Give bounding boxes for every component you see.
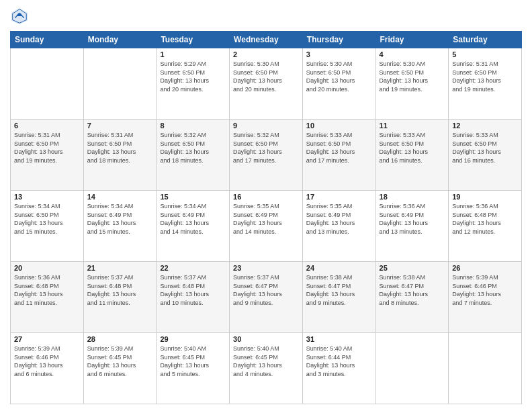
day-number: 16: [233, 193, 299, 201]
day-number: 13: [14, 193, 80, 201]
day-info: Sunrise: 5:38 AM Sunset: 6:47 PM Dayligh…: [380, 273, 445, 307]
day-info: Sunrise: 5:40 AM Sunset: 6:45 PM Dayligh…: [160, 345, 226, 378]
day-cell: 22Sunrise: 5:37 AM Sunset: 6:48 PM Dayli…: [157, 262, 230, 333]
day-number: 23: [233, 264, 299, 272]
day-cell: 31Sunrise: 5:40 AM Sunset: 6:44 PM Dayli…: [302, 333, 375, 404]
header-cell-monday: Monday: [83, 32, 157, 48]
day-cell: 28Sunrise: 5:39 AM Sunset: 6:45 PM Dayli…: [83, 333, 157, 404]
day-info: Sunrise: 5:30 AM Sunset: 6:50 PM Dayligh…: [380, 60, 445, 93]
day-number: 10: [306, 122, 372, 130]
header: [10, 7, 522, 26]
day-cell: 30Sunrise: 5:40 AM Sunset: 6:45 PM Dayli…: [230, 333, 303, 404]
day-info: Sunrise: 5:34 AM Sunset: 6:50 PM Dayligh…: [14, 202, 80, 236]
day-cell: 7Sunrise: 5:31 AM Sunset: 6:50 PM Daylig…: [83, 120, 157, 191]
day-cell: 1Sunrise: 5:29 AM Sunset: 6:50 PM Daylig…: [157, 48, 230, 120]
day-info: Sunrise: 5:30 AM Sunset: 6:50 PM Dayligh…: [233, 60, 299, 93]
day-info: Sunrise: 5:35 AM Sunset: 6:49 PM Dayligh…: [233, 202, 299, 236]
day-info: Sunrise: 5:39 AM Sunset: 6:45 PM Dayligh…: [87, 345, 153, 378]
header-cell-friday: Friday: [375, 32, 449, 48]
day-number: 12: [452, 122, 518, 130]
day-number: 7: [87, 122, 153, 130]
day-cell: 16Sunrise: 5:35 AM Sunset: 6:49 PM Dayli…: [230, 191, 303, 262]
day-cell: 10Sunrise: 5:33 AM Sunset: 6:50 PM Dayli…: [302, 120, 375, 191]
day-cell: 3Sunrise: 5:30 AM Sunset: 6:50 PM Daylig…: [302, 48, 375, 120]
day-info: Sunrise: 5:39 AM Sunset: 6:46 PM Dayligh…: [452, 273, 518, 307]
day-cell: 20Sunrise: 5:36 AM Sunset: 6:48 PM Dayli…: [11, 262, 84, 333]
day-info: Sunrise: 5:37 AM Sunset: 6:48 PM Dayligh…: [160, 273, 226, 307]
day-info: Sunrise: 5:40 AM Sunset: 6:44 PM Dayligh…: [306, 345, 372, 378]
day-cell: 8Sunrise: 5:32 AM Sunset: 6:50 PM Daylig…: [157, 120, 230, 191]
day-cell: 17Sunrise: 5:35 AM Sunset: 6:49 PM Dayli…: [302, 191, 375, 262]
day-info: Sunrise: 5:40 AM Sunset: 6:45 PM Dayligh…: [233, 345, 299, 378]
day-info: Sunrise: 5:36 AM Sunset: 6:49 PM Dayligh…: [380, 202, 445, 236]
week-row-3: 13Sunrise: 5:34 AM Sunset: 6:50 PM Dayli…: [11, 191, 522, 262]
day-info: Sunrise: 5:39 AM Sunset: 6:46 PM Dayligh…: [14, 345, 80, 378]
day-number: 6: [14, 122, 80, 130]
week-row-4: 20Sunrise: 5:36 AM Sunset: 6:48 PM Dayli…: [11, 262, 522, 333]
day-info: Sunrise: 5:37 AM Sunset: 6:47 PM Dayligh…: [233, 273, 299, 307]
day-cell: 21Sunrise: 5:37 AM Sunset: 6:48 PM Dayli…: [83, 262, 157, 333]
day-number: 17: [306, 193, 372, 201]
day-number: 25: [380, 264, 445, 272]
day-number: 22: [160, 264, 226, 272]
header-cell-tuesday: Tuesday: [157, 32, 230, 48]
day-cell: 6Sunrise: 5:31 AM Sunset: 6:50 PM Daylig…: [11, 120, 84, 191]
day-number: 26: [452, 264, 518, 272]
calendar-table: SundayMondayTuesdayWednesdayThursdayFrid…: [10, 31, 522, 404]
day-number: 1: [160, 50, 226, 58]
day-number: 3: [306, 50, 372, 58]
day-number: 27: [14, 335, 80, 343]
day-cell: 19Sunrise: 5:36 AM Sunset: 6:48 PM Dayli…: [449, 191, 522, 262]
day-number: 20: [14, 264, 80, 272]
day-number: 4: [380, 50, 445, 58]
day-cell: 2Sunrise: 5:30 AM Sunset: 6:50 PM Daylig…: [230, 48, 303, 120]
day-cell: [375, 333, 449, 404]
day-info: Sunrise: 5:29 AM Sunset: 6:50 PM Dayligh…: [160, 60, 226, 93]
day-number: 11: [380, 122, 445, 130]
day-number: 30: [233, 335, 299, 343]
day-cell: 24Sunrise: 5:38 AM Sunset: 6:47 PM Dayli…: [302, 262, 375, 333]
day-info: Sunrise: 5:33 AM Sunset: 6:50 PM Dayligh…: [452, 131, 518, 165]
day-cell: 29Sunrise: 5:40 AM Sunset: 6:45 PM Dayli…: [157, 333, 230, 404]
logo-icon: [10, 7, 29, 26]
day-info: Sunrise: 5:34 AM Sunset: 6:49 PM Dayligh…: [87, 202, 153, 236]
day-info: Sunrise: 5:35 AM Sunset: 6:49 PM Dayligh…: [306, 202, 372, 236]
day-cell: 4Sunrise: 5:30 AM Sunset: 6:50 PM Daylig…: [375, 48, 449, 120]
day-number: 28: [87, 335, 153, 343]
day-info: Sunrise: 5:32 AM Sunset: 6:50 PM Dayligh…: [160, 131, 226, 165]
day-cell: 5Sunrise: 5:31 AM Sunset: 6:50 PM Daylig…: [449, 48, 522, 120]
page: SundayMondayTuesdayWednesdayThursdayFrid…: [0, 0, 532, 411]
day-cell: 25Sunrise: 5:38 AM Sunset: 6:47 PM Dayli…: [375, 262, 449, 333]
day-number: 24: [306, 264, 372, 272]
day-number: 18: [380, 193, 445, 201]
day-number: 14: [87, 193, 153, 201]
day-cell: 18Sunrise: 5:36 AM Sunset: 6:49 PM Dayli…: [375, 191, 449, 262]
week-row-1: 1Sunrise: 5:29 AM Sunset: 6:50 PM Daylig…: [11, 48, 522, 120]
day-info: Sunrise: 5:31 AM Sunset: 6:50 PM Dayligh…: [14, 131, 80, 165]
day-info: Sunrise: 5:30 AM Sunset: 6:50 PM Dayligh…: [306, 60, 372, 93]
day-number: 9: [233, 122, 299, 130]
day-cell: 11Sunrise: 5:33 AM Sunset: 6:50 PM Dayli…: [375, 120, 449, 191]
day-info: Sunrise: 5:31 AM Sunset: 6:50 PM Dayligh…: [87, 131, 153, 165]
day-cell: 23Sunrise: 5:37 AM Sunset: 6:47 PM Dayli…: [230, 262, 303, 333]
day-cell: [83, 48, 157, 120]
day-number: 5: [452, 50, 518, 58]
day-cell: 13Sunrise: 5:34 AM Sunset: 6:50 PM Dayli…: [11, 191, 84, 262]
day-info: Sunrise: 5:33 AM Sunset: 6:50 PM Dayligh…: [306, 131, 372, 165]
day-cell: 12Sunrise: 5:33 AM Sunset: 6:50 PM Dayli…: [449, 120, 522, 191]
header-cell-thursday: Thursday: [302, 32, 375, 48]
logo: [10, 7, 32, 26]
day-number: 29: [160, 335, 226, 343]
day-cell: [11, 48, 84, 120]
day-cell: 15Sunrise: 5:34 AM Sunset: 6:49 PM Dayli…: [157, 191, 230, 262]
day-number: 2: [233, 50, 299, 58]
week-row-2: 6Sunrise: 5:31 AM Sunset: 6:50 PM Daylig…: [11, 120, 522, 191]
day-cell: [449, 333, 522, 404]
day-number: 19: [452, 193, 518, 201]
header-row: SundayMondayTuesdayWednesdayThursdayFrid…: [11, 32, 522, 48]
day-info: Sunrise: 5:32 AM Sunset: 6:50 PM Dayligh…: [233, 131, 299, 165]
day-number: 8: [160, 122, 226, 130]
day-number: 15: [160, 193, 226, 201]
day-number: 21: [87, 264, 153, 272]
day-number: 31: [306, 335, 372, 343]
